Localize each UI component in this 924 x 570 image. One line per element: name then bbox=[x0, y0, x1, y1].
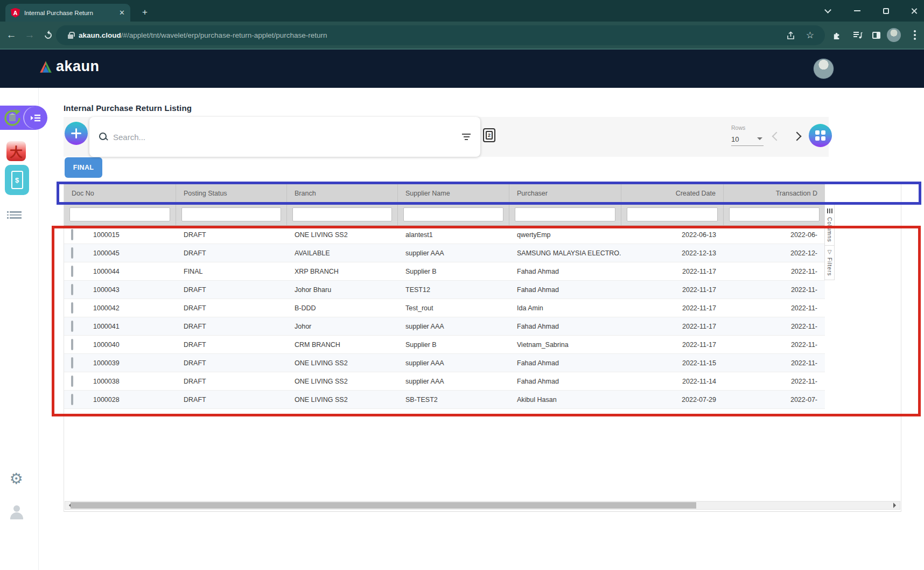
filter-input-purchaser[interactable] bbox=[515, 207, 615, 221]
table-row[interactable]: 1000015 DRAFT ONE LIVING SS2 alantest1 q… bbox=[64, 226, 825, 244]
table-row[interactable]: 1000043 DRAFT Johor Bharu TEST12 Fahad A… bbox=[64, 281, 825, 299]
table-row[interactable]: 1000044 FINAL XRP BRANCH Supplier B Faha… bbox=[64, 262, 825, 281]
cell-posting-status: DRAFT bbox=[176, 396, 287, 404]
filter-input-transaction-date[interactable] bbox=[729, 207, 820, 221]
url-path: /#/applet/tnt/wavelet/erp/purchase-retur… bbox=[121, 31, 786, 39]
sidebar-item-mandarin-app[interactable]: 大 bbox=[6, 141, 26, 161]
filter-input-posting-status[interactable] bbox=[181, 207, 281, 221]
cell-supplier-name: alantest1 bbox=[398, 231, 509, 239]
extensions-puzzle-icon[interactable] bbox=[829, 25, 845, 45]
tab-search-chevron-icon[interactable] bbox=[815, 0, 840, 22]
profile-person-icon[interactable] bbox=[10, 505, 24, 519]
browser-tab-bar: A Internal Purchase Return ✕ + bbox=[0, 0, 924, 22]
row-checkbox[interactable] bbox=[71, 339, 73, 350]
row-checkbox[interactable] bbox=[71, 376, 73, 387]
grid-view-button[interactable] bbox=[809, 124, 832, 147]
page-title: Internal Purchase Return Listing bbox=[64, 103, 192, 113]
row-checkbox[interactable] bbox=[71, 321, 73, 332]
window-maximize-button[interactable] bbox=[873, 0, 898, 22]
reading-list-icon[interactable] bbox=[850, 25, 866, 45]
cell-doc-no: 1000015 bbox=[86, 231, 176, 239]
final-status-filter-button[interactable]: FINAL bbox=[65, 157, 102, 178]
column-header-supplier-name[interactable]: Supplier Name bbox=[398, 184, 509, 203]
column-header-created-date[interactable]: Created Date bbox=[621, 184, 724, 203]
back-icon[interactable]: ← bbox=[2, 22, 20, 48]
reload-icon[interactable] bbox=[39, 22, 57, 48]
row-checkbox[interactable] bbox=[71, 357, 73, 369]
forward-icon[interactable]: → bbox=[20, 22, 39, 48]
search-filter-icon[interactable] bbox=[462, 134, 471, 140]
window-minimize-button[interactable] bbox=[845, 0, 870, 22]
filter-input-supplier-name[interactable] bbox=[403, 207, 503, 221]
sidebar-item-purchase-return-applet[interactable] bbox=[0, 106, 47, 130]
new-tab-button[interactable]: + bbox=[139, 6, 151, 18]
duplicate-view-icon[interactable]: 2 bbox=[483, 128, 495, 142]
cell-branch: AVAILABLE bbox=[287, 249, 398, 257]
filter-input-created-date[interactable] bbox=[627, 207, 718, 221]
search-box[interactable]: Search... bbox=[89, 117, 480, 157]
cell-supplier-name: Test_rout bbox=[398, 304, 509, 312]
cell-posting-status: DRAFT bbox=[176, 323, 287, 330]
column-header-doc-no[interactable]: Doc No bbox=[64, 184, 176, 203]
row-checkbox[interactable] bbox=[71, 229, 73, 240]
table-row[interactable]: 1000038 DRAFT ONE LIVING SS2 supplier AA… bbox=[64, 372, 825, 391]
cell-branch: Johor Bharu bbox=[287, 286, 398, 294]
address-bar[interactable]: akaun.cloud /#/applet/tnt/wavelet/erp/pu… bbox=[56, 25, 825, 45]
cell-created-date: 2022-12-13 bbox=[621, 249, 724, 257]
column-header-transaction-date[interactable]: Transaction D bbox=[724, 184, 825, 203]
sidebar-item-billing-app[interactable]: $ bbox=[5, 165, 29, 195]
row-checkbox[interactable] bbox=[71, 302, 73, 314]
share-icon[interactable] bbox=[786, 31, 795, 40]
cell-purchaser: Fahad Ahmad bbox=[509, 323, 621, 330]
filters-tab-label: Filters bbox=[827, 258, 832, 276]
url-domain: akaun.cloud bbox=[79, 31, 121, 39]
cell-supplier-name: supplier AAA bbox=[398, 378, 509, 385]
package-return-icon bbox=[3, 108, 22, 128]
settings-gear-icon[interactable]: ⚙ bbox=[8, 470, 25, 487]
row-checkbox[interactable] bbox=[71, 266, 73, 277]
filter-input-branch[interactable] bbox=[292, 207, 392, 221]
cell-posting-status: DRAFT bbox=[176, 341, 287, 349]
table-row[interactable]: 1000041 DRAFT Johor supplier AAA Fahad A… bbox=[64, 317, 825, 336]
cell-created-date: 2022-11-17 bbox=[621, 286, 724, 294]
browser-profile-avatar[interactable] bbox=[886, 25, 902, 45]
applet-menu-icon[interactable] bbox=[24, 107, 46, 129]
bookmark-star-icon[interactable]: ☆ bbox=[806, 30, 814, 41]
scroll-right-icon[interactable] bbox=[893, 503, 899, 508]
table-header-row: Doc No Posting Status Branch Supplier Na… bbox=[64, 184, 825, 203]
user-avatar[interactable] bbox=[813, 58, 834, 79]
rows-per-page-select[interactable]: 10 bbox=[731, 133, 764, 146]
tab-close-icon[interactable]: ✕ bbox=[119, 9, 125, 16]
cell-supplier-name: supplier AAA bbox=[398, 249, 509, 257]
cell-branch: ONE LIVING SS2 bbox=[287, 359, 398, 367]
cell-branch: XRP BRANCH bbox=[287, 268, 398, 275]
browser-menu-dots-icon[interactable] bbox=[907, 25, 923, 45]
window-close-button[interactable] bbox=[901, 0, 924, 22]
column-header-posting-status[interactable]: Posting Status bbox=[176, 184, 287, 203]
cell-transaction-date: 2022-06- bbox=[724, 231, 825, 239]
cell-doc-no: 1000040 bbox=[86, 341, 176, 349]
sidebar-item-listing[interactable] bbox=[10, 210, 24, 220]
column-header-purchaser[interactable]: Purchaser bbox=[509, 184, 621, 203]
table-row[interactable]: 1000045 DRAFT AVAILABLE supplier AAA SAM… bbox=[64, 244, 825, 262]
filter-input-doc-no[interactable] bbox=[69, 207, 170, 221]
cell-branch: ONE LIVING SS2 bbox=[287, 378, 398, 385]
row-checkbox[interactable] bbox=[71, 284, 73, 295]
columns-panel-tab[interactable]: Columns bbox=[824, 204, 835, 246]
table-row[interactable]: 1000042 DRAFT B-DDD Test_rout Ida Amin 2… bbox=[64, 299, 825, 317]
column-header-branch[interactable]: Branch bbox=[287, 184, 398, 203]
cell-transaction-date: 2022-12- bbox=[724, 249, 825, 257]
table-row[interactable]: 1000039 DRAFT ONE LIVING SS2 supplier AA… bbox=[64, 354, 825, 372]
scrollbar-thumb[interactable] bbox=[71, 502, 696, 509]
table-row[interactable]: 1000028 DRAFT ONE LIVING SS2 SB-TEST2 Ak… bbox=[64, 391, 825, 409]
filters-panel-tab[interactable]: ▽ Filters bbox=[824, 246, 835, 280]
horizontal-scrollbar[interactable] bbox=[65, 501, 900, 510]
side-panel-icon[interactable] bbox=[868, 25, 884, 45]
row-checkbox[interactable] bbox=[71, 247, 73, 259]
row-checkbox[interactable] bbox=[71, 394, 73, 405]
browser-tab[interactable]: A Internal Purchase Return ✕ bbox=[5, 4, 130, 22]
table-row[interactable]: 1000040 DRAFT CRM BRANCH Supplier B Viet… bbox=[64, 336, 825, 354]
add-record-button[interactable] bbox=[65, 122, 88, 145]
cell-created-date: 2022-11-17 bbox=[621, 268, 724, 275]
cell-created-date: 2022-11-17 bbox=[621, 304, 724, 312]
